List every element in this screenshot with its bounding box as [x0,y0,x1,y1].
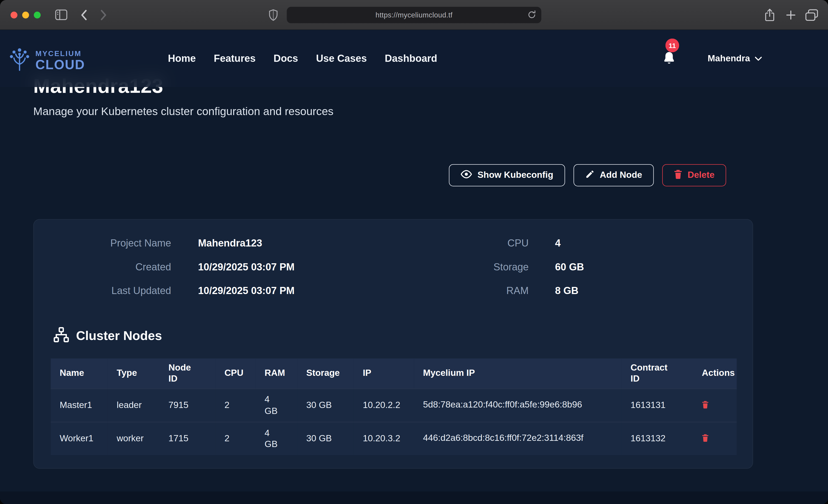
cluster-actions: Show Kubeconfig Add Node [449,164,726,186]
logo-line2: CLOUD [35,58,85,71]
reload-icon[interactable] [527,10,536,22]
detail-last-updated: Last Updated 10/29/2025 03:07 PM RAM 8 G… [34,283,753,299]
nav-link-docs[interactable]: Docs [274,53,298,65]
cell-node-id: 7915 [160,388,215,422]
cell-storage: 30 GB [297,422,354,455]
table-row: Master1 leader 7915 2 4 GB 30 GB 10.20.2… [51,388,737,422]
cell-actions [693,422,737,455]
zoom-window-icon[interactable] [34,12,41,18]
ram-label: RAM [393,283,529,299]
shield-icon[interactable] [268,9,278,21]
bell-icon[interactable] [662,51,676,68]
nav-link-features[interactable]: Features [214,53,255,65]
cell-ram: 4 GB [255,422,297,455]
delete-cluster-button[interactable]: Delete [662,164,726,186]
add-node-label: Add Node [600,170,642,180]
back-icon[interactable] [80,9,87,20]
chevron-down-icon [755,54,762,63]
nav-links: Home Features Docs Use Cases Dashboard [168,30,437,87]
cell-actions [693,388,737,422]
cell-contract-id: 1613132 [622,422,693,455]
col-name: Name [51,359,108,388]
col-type: Type [108,359,160,388]
mycelium-logo-icon [7,47,32,74]
table-row: Worker1 worker 1715 2 4 GB 30 GB 10.20.3… [51,422,737,455]
site-navbar: MYCELIUM CLOUD Home Features Docs Use Ca… [0,30,828,87]
minimize-window-icon[interactable] [22,12,29,18]
detail-project-name: Project Name Mahendra123 CPU 4 [34,236,753,251]
storage-value: 60 GB [555,259,584,275]
footer-band [0,491,828,504]
cluster-card: Project Name Mahendra123 CPU 4 Created 1… [33,219,753,469]
cell-cpu: 2 [215,422,256,455]
project-name-label: Project Name [34,236,171,251]
storage-label: Storage [393,259,529,275]
user-name: Mahendra [708,53,750,64]
close-window-icon[interactable] [10,12,17,18]
cell-cpu: 2 [215,388,256,422]
detail-created: Created 10/29/2025 03:07 PM Storage 60 G… [34,259,753,275]
nav-link-use-cases[interactable]: Use Cases [316,53,367,65]
delete-label: Delete [688,170,714,180]
cluster-nodes-header: Cluster Nodes [53,327,162,345]
show-kubeconfig-label: Show Kubeconfig [478,170,553,180]
created-label: Created [34,259,171,275]
cell-type: leader [108,388,160,422]
cluster-nodes-title: Cluster Nodes [76,328,162,343]
logo-text: MYCELIUM CLOUD [35,49,85,71]
ram-value: 8 GB [555,283,578,299]
cell-mycelium-ip: 5d8:78ea:a120:f40c:ff0f:a5fe:99e6:8b96 [414,388,622,422]
table-header-row: Name Type Node ID CPU RAM Storage IP Myc… [51,359,737,388]
nav-link-dashboard[interactable]: Dashboard [385,53,437,65]
user-menu[interactable]: Mahendra [708,30,762,87]
tabs-overview-icon[interactable] [805,9,818,21]
col-cpu: CPU [215,359,256,388]
col-mycelium-ip: Mycelium IP [414,359,622,388]
trash-icon [702,434,709,443]
forward-icon[interactable] [100,9,107,20]
trash-icon [674,169,682,181]
cell-type: worker [108,422,160,455]
project-name-value: Mahendra123 [198,236,262,251]
show-kubeconfig-button[interactable]: Show Kubeconfig [449,164,565,186]
col-ram: RAM [255,359,297,388]
logo-line1: MYCELIUM [35,49,85,57]
page-subtitle: Manage your Kubernetes cluster configura… [33,105,333,118]
col-storage: Storage [297,359,354,388]
cell-name: Master1 [51,388,108,422]
notification-badge: 11 [665,39,679,52]
cell-storage: 30 GB [297,388,354,422]
url-text: https://myceliumcloud.tf [375,11,453,19]
share-icon[interactable] [764,8,775,22]
cell-name: Worker1 [51,422,108,455]
delete-node-button[interactable] [702,434,709,443]
nodes-table: Name Type Node ID CPU RAM Storage IP Myc… [51,359,737,455]
new-tab-icon[interactable] [786,10,796,20]
last-updated-label: Last Updated [34,283,171,299]
nav-link-home[interactable]: Home [168,53,196,65]
cell-mycelium-ip: 446:d2a6:8bcd:8c16:ff0f:72e2:3114:863f [414,422,622,455]
eye-icon [460,169,472,181]
cpu-value: 4 [555,236,561,251]
pencil-icon [585,169,594,181]
trash-icon [702,401,709,410]
cpu-label: CPU [393,236,529,251]
cell-ip: 10.20.2.2 [354,388,414,422]
col-ip: IP [354,359,414,388]
webpage: Mahendra123 Manage your Kubernetes clust… [0,30,828,504]
sidebar-toggle-icon[interactable] [55,9,68,20]
address-bar[interactable]: https://myceliumcloud.tf [287,7,541,23]
col-actions: Actions [693,359,737,388]
browser-chrome: https://myceliumcloud.tf [0,0,828,30]
created-value: 10/29/2025 03:07 PM [198,259,295,275]
browser-window: https://myceliumcloud.tf Mahendra12 [0,0,828,504]
col-contract-id: Contract ID [622,359,693,388]
cell-ram: 4 GB [255,388,297,422]
cell-contract-id: 1613131 [622,388,693,422]
delete-node-button[interactable] [702,401,709,410]
site-logo[interactable]: MYCELIUM CLOUD [7,47,85,74]
cell-ip: 10.20.3.2 [354,422,414,455]
add-node-button[interactable]: Add Node [573,164,654,186]
col-node-id: Node ID [160,359,215,388]
cluster-nodes-icon [53,327,69,345]
